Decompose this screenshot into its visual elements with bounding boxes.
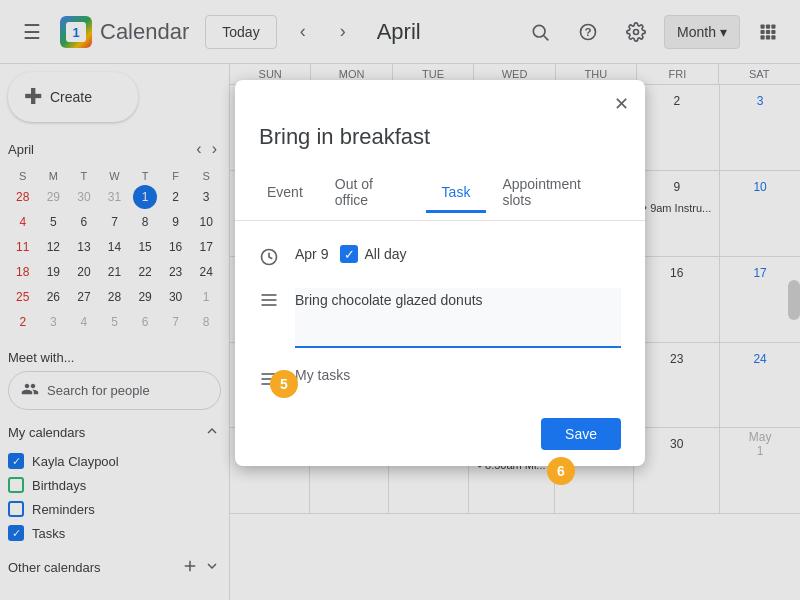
modal-description-row: Bring chocolate glazed donuts	[235, 280, 645, 359]
modal-date[interactable]: Apr 9	[295, 246, 328, 262]
tab-event[interactable]: Event	[251, 174, 319, 213]
all-day-checkbox[interactable]: ✓	[340, 245, 358, 263]
clock-icon	[259, 247, 279, 272]
badge-6: 6	[547, 457, 575, 485]
description-icon	[259, 290, 279, 315]
modal-footer: Save	[235, 402, 645, 466]
modal-title: Bring in breakfast	[235, 120, 645, 166]
modal-close-button[interactable]: ✕	[605, 88, 637, 120]
tab-task[interactable]: Task	[426, 174, 487, 213]
tasks-label: My tasks	[295, 367, 350, 383]
save-button[interactable]: Save	[541, 418, 621, 450]
modal-overlay: ✕ Bring in breakfast Event Out of office…	[0, 0, 800, 600]
tasks-selector[interactable]: My tasks	[295, 367, 350, 383]
modal-tabs: Event Out of office Task Appointment slo…	[235, 166, 645, 221]
modal-header: ✕	[235, 80, 645, 120]
create-task-modal: ✕ Bring in breakfast Event Out of office…	[235, 80, 645, 466]
description-input[interactable]: Bring chocolate glazed donuts	[295, 288, 621, 348]
tab-appointment-slots[interactable]: Appointment slots	[486, 166, 629, 221]
badge-5: 5	[270, 370, 298, 398]
tab-out-of-office[interactable]: Out of office	[319, 166, 426, 221]
modal-date-row: Apr 9 ✓ All day	[235, 237, 645, 280]
all-day-checkbox-row: ✓ All day	[340, 245, 406, 263]
all-day-label: All day	[364, 246, 406, 262]
